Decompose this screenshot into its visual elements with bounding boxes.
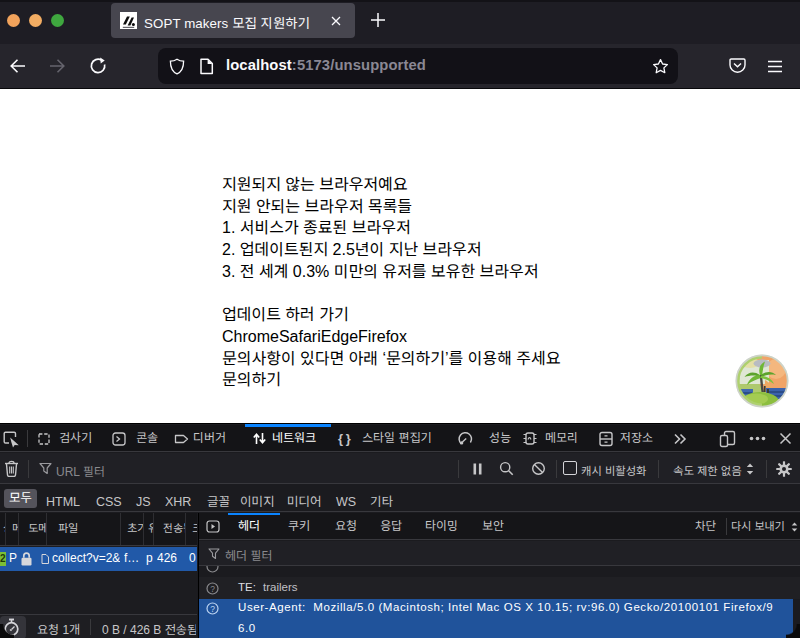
- svg-text:?: ?: [210, 604, 215, 614]
- svg-text:?: ?: [210, 584, 215, 594]
